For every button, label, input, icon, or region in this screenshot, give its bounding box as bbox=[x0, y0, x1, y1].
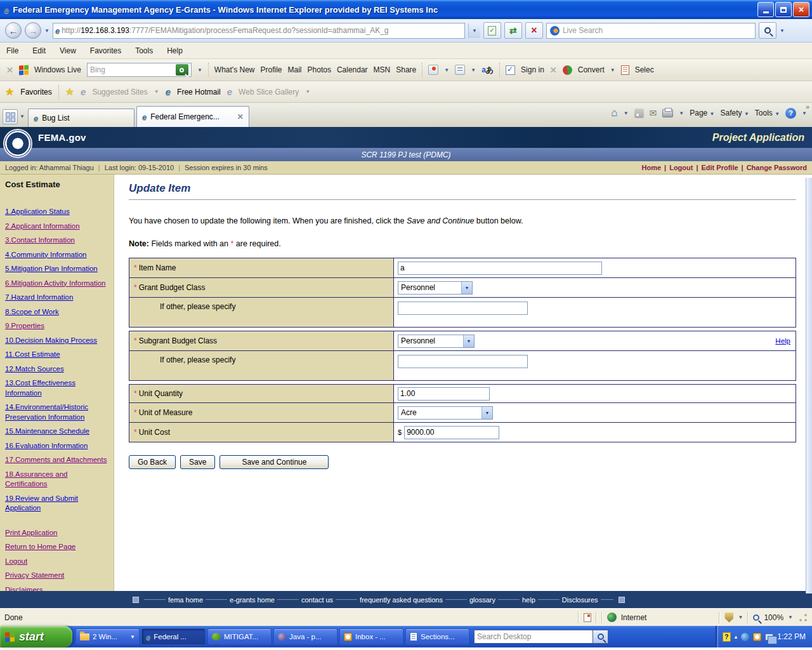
home-icon[interactable]: ⌂ bbox=[611, 107, 617, 119]
toolbar-overflow-chevron[interactable]: » bbox=[806, 103, 809, 110]
search-options-dropdown[interactable]: ▼ bbox=[780, 28, 785, 34]
sidebar-item-cost-effectiveness-information[interactable]: 13.Cost Effectiveness Information bbox=[5, 378, 110, 398]
footer-help[interactable]: help bbox=[522, 596, 535, 604]
sidebar-item-applicant-information[interactable]: 2.Applicant Information bbox=[5, 222, 110, 232]
print-dropdown[interactable]: ▼ bbox=[679, 110, 684, 116]
task-java[interactable]: Java - p... bbox=[273, 628, 337, 645]
task-inbox[interactable]: Inbox - ... bbox=[339, 628, 403, 645]
menu-file[interactable]: File bbox=[6, 46, 18, 55]
link-calendar[interactable]: Calendar bbox=[337, 65, 368, 74]
tab-list-dropdown[interactable]: ▼ bbox=[20, 114, 25, 119]
map-dropdown[interactable]: ▼ bbox=[444, 67, 449, 73]
sidebar-item-decision-making-process[interactable]: 10.Decision Making Process bbox=[5, 336, 110, 346]
help-link[interactable]: Help bbox=[775, 337, 790, 345]
tray-messenger-icon[interactable] bbox=[741, 633, 749, 641]
sidebar-item-community-information[interactable]: 4.Community Information bbox=[5, 250, 110, 260]
tray-network-icon[interactable] bbox=[765, 633, 773, 640]
tray-sidebar-icon[interactable]: ? bbox=[723, 632, 731, 642]
print-icon[interactable] bbox=[662, 109, 673, 117]
maximize-button[interactable] bbox=[775, 2, 792, 17]
unit-of-measure-select[interactable]: Acre▼ bbox=[398, 406, 493, 420]
free-hotmail-button[interactable]: Free Hotmail bbox=[177, 88, 221, 96]
link-photos[interactable]: Photos bbox=[308, 65, 331, 74]
address-field[interactable]: e http://192.168.3.193:7777/FEMAMitigati… bbox=[53, 23, 465, 39]
link-msn[interactable]: MSN bbox=[374, 65, 391, 74]
footer-disclosures[interactable]: Disclosures bbox=[562, 596, 598, 604]
link-profile[interactable]: Profile bbox=[261, 65, 282, 74]
convert-dropdown[interactable]: ▼ bbox=[610, 67, 615, 73]
change-password-link[interactable]: Change Password bbox=[747, 164, 807, 171]
suggested-sites-button[interactable]: Suggested Sites bbox=[92, 88, 147, 96]
sidebar-privacy-statement[interactable]: Privacy Statement bbox=[5, 571, 110, 581]
read-mail-icon[interactable]: ✉ bbox=[650, 108, 657, 118]
link-whats-new[interactable]: What's New bbox=[214, 65, 255, 74]
sidebar-item-scope-of-work[interactable]: 8.Scope of Work bbox=[5, 307, 110, 317]
sidebar-item-comments-and-attachments[interactable]: 17.Comments and Attachments bbox=[5, 455, 110, 465]
rss-icon[interactable] bbox=[634, 109, 644, 118]
tools-menu-button[interactable]: Tools ▼ bbox=[755, 109, 780, 117]
edit-profile-link[interactable]: Edit Profile bbox=[702, 164, 738, 171]
sidebar-item-evaluation-information[interactable]: 16.Evaluation Information bbox=[5, 441, 110, 451]
favorites-button[interactable]: Favorites bbox=[20, 88, 51, 96]
select-button[interactable]: Selec bbox=[635, 65, 654, 74]
bing-search-input[interactable]: Bing bbox=[87, 63, 192, 77]
grant-budget-class-select[interactable]: Personnel▼ bbox=[398, 281, 473, 295]
home-dropdown[interactable]: ▼ bbox=[624, 110, 629, 116]
task-sections[interactable]: Sections... bbox=[405, 628, 469, 645]
unit-quantity-input[interactable] bbox=[398, 387, 490, 401]
search-go-button[interactable] bbox=[759, 22, 776, 39]
sidebar-item-assurances-and-certifications[interactable]: 18.Assurances and Certifications bbox=[5, 470, 110, 489]
desktop-search-input[interactable] bbox=[474, 630, 593, 644]
feed-dropdown[interactable]: ▼ bbox=[471, 67, 476, 73]
menu-view[interactable]: View bbox=[60, 46, 76, 55]
save-and-continue-button[interactable]: Save and Continue bbox=[219, 455, 329, 469]
back-button[interactable]: ← bbox=[5, 22, 22, 39]
save-button[interactable]: Save bbox=[180, 455, 215, 469]
help-dropdown[interactable]: ▼ bbox=[802, 110, 807, 116]
start-button[interactable]: start bbox=[0, 626, 72, 647]
sidebar-logout[interactable]: Logout bbox=[5, 557, 110, 567]
tray-hidden-icons-chevron[interactable]: ▴ bbox=[735, 633, 738, 640]
task-federal-ie[interactable]: eFederal ... bbox=[141, 628, 206, 645]
toolbar-close-icon[interactable]: ✕ bbox=[550, 65, 557, 75]
tab-federal-emergency[interactable]: e Federal Emergenc... ✕ bbox=[136, 106, 249, 127]
translate-icon[interactable]: aあ bbox=[481, 65, 494, 76]
sidebar-item-contact-information[interactable]: 3.Contact Information bbox=[5, 235, 110, 246]
bing-search-button[interactable] bbox=[176, 64, 188, 76]
subgrant-other-input[interactable] bbox=[398, 355, 528, 368]
logout-link[interactable]: Logout bbox=[669, 164, 693, 171]
recent-pages-dropdown[interactable]: ▼ bbox=[44, 28, 49, 34]
sidebar-item-review-and-submit[interactable]: 19.Review and Submit Application bbox=[5, 494, 110, 514]
page-scrollbar[interactable] bbox=[806, 178, 812, 594]
sign-in-button[interactable]: Sign in bbox=[521, 65, 544, 74]
sidebar-item-cost-estimate[interactable]: 11.Cost Estimate bbox=[5, 350, 110, 360]
web-slice-dropdown[interactable]: ▼ bbox=[305, 89, 310, 95]
minimize-button[interactable] bbox=[757, 2, 774, 17]
convert-button[interactable]: Convert bbox=[578, 65, 605, 74]
quick-tabs-button[interactable] bbox=[3, 109, 18, 124]
close-button[interactable]: × bbox=[793, 2, 809, 17]
sidebar-return-home[interactable]: Return to Home Page bbox=[5, 542, 110, 552]
unit-cost-input[interactable] bbox=[404, 426, 499, 439]
sidebar-item-mitigation-plan-information[interactable]: 5.Mitigation Plan Information bbox=[5, 264, 110, 274]
clock[interactable]: 1:22 PM bbox=[777, 632, 806, 641]
grant-other-input[interactable] bbox=[398, 302, 528, 315]
sidebar-item-hazard-information[interactable]: 7.Hazard Information bbox=[5, 293, 110, 303]
tab-close-icon[interactable]: ✕ bbox=[237, 112, 244, 121]
address-dropdown-button[interactable]: ▼ bbox=[468, 23, 480, 38]
footer-glossary[interactable]: glossary bbox=[469, 596, 495, 604]
add-favorite-icon[interactable]: ★ bbox=[65, 86, 74, 98]
sidebar-item-environmental-historic[interactable]: 14.Environmental/Historic Preservation I… bbox=[5, 402, 110, 422]
footer-contact-us[interactable]: contact us bbox=[301, 596, 333, 604]
page-menu-button[interactable]: Page ▼ bbox=[690, 109, 714, 117]
subgrant-budget-class-select[interactable]: Personnel▼ bbox=[398, 335, 475, 348]
protected-mode-icon[interactable] bbox=[724, 613, 733, 623]
task-mitigation[interactable]: MITIGAT... bbox=[207, 628, 272, 645]
task-group-windows[interactable]: 2 Win...▼ bbox=[75, 628, 140, 645]
safety-menu-button[interactable]: Safety ▼ bbox=[721, 109, 749, 117]
menu-edit[interactable]: Edit bbox=[32, 46, 46, 55]
sidebar-item-match-sources[interactable]: 12.Match Sources bbox=[5, 364, 110, 375]
menu-help[interactable]: Help bbox=[167, 46, 183, 55]
help-icon[interactable]: ? bbox=[785, 108, 796, 119]
menu-tools[interactable]: Tools bbox=[135, 46, 153, 55]
